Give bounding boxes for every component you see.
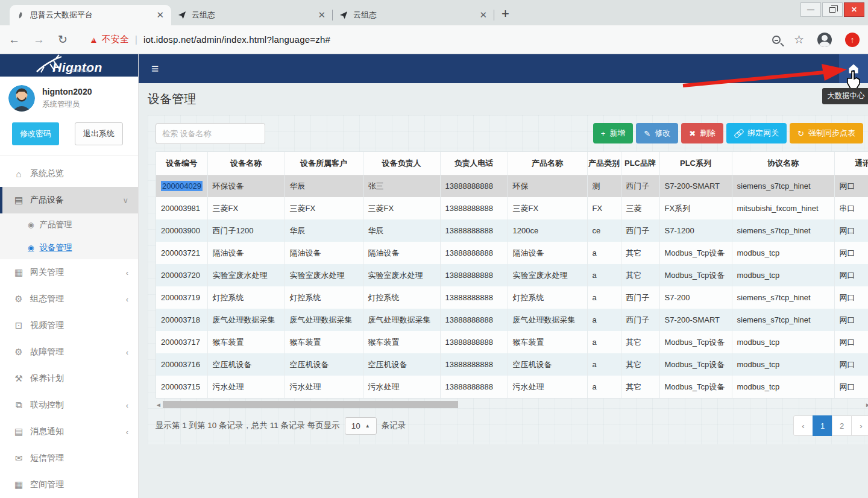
toolbar: +新增✎修改✖删除绑定网关↻强制同步点表 xyxy=(156,123,863,144)
page-size-select[interactable]: 10 ▲ xyxy=(345,417,377,435)
back-icon[interactable]: ← xyxy=(8,33,20,46)
table-row[interactable]: 200003719灯控系统灯控系统灯控系统13888888888灯控系统a西门子… xyxy=(156,286,868,309)
change-password-button[interactable]: 修改密码 xyxy=(12,122,59,145)
chevron-left-icon: ‹ xyxy=(126,427,128,437)
reload-icon[interactable]: ↻ xyxy=(58,33,68,46)
content: 设备管理 +新增✎修改✖删除绑定网关↻强制同步点表 设备编号设备名称设备所属客户… xyxy=(139,83,868,498)
table-cell: 200003716 xyxy=(156,353,207,376)
home-icon xyxy=(848,63,860,75)
url-text[interactable]: iot.idosp.net/admin/index.html?language=… xyxy=(143,34,330,45)
table-row[interactable]: 200003721隔油设备隔油设备隔油设备13888888888隔油设备a其它M… xyxy=(156,242,868,264)
sidebar-item-视频管理[interactable]: ⊡视频管理 xyxy=(0,312,138,339)
sidebar-item-label: 产品设备 xyxy=(30,195,64,206)
device-panel: +新增✎修改✖删除绑定网关↻强制同步点表 设备编号设备名称设备所属客户设备负责人… xyxy=(148,115,868,444)
minimize-button[interactable]: — xyxy=(800,2,821,17)
sidebar-item-系统总览[interactable]: ⌂系统总览 xyxy=(0,160,138,187)
table-cell: S7-1200 xyxy=(659,219,732,242)
sidebar-item-故障管理[interactable]: ⚙故障管理‹ xyxy=(0,339,138,365)
sidebar-item-消息通知[interactable]: ▤消息通知‹ xyxy=(0,418,138,445)
绑定网关-button[interactable]: 绑定网关 xyxy=(726,123,787,143)
column-header: 通讯方式 xyxy=(834,152,868,175)
zoom-out-icon[interactable] xyxy=(772,36,781,44)
logo: Hignton 华辰智通 xyxy=(0,54,138,77)
user-avatar[interactable] xyxy=(8,85,35,112)
browser-tab[interactable]: 云组态✕ xyxy=(171,5,333,25)
browser-update-icon[interactable]: ↑ xyxy=(845,33,860,47)
新增-button[interactable]: +新增 xyxy=(593,123,634,143)
table-cell: 空压机设备 xyxy=(207,353,285,376)
table-row[interactable]: 200004029环保设备华辰张三13888888888环保测西门子S7-200… xyxy=(156,175,868,197)
security-warning-icon[interactable]: ▲! xyxy=(89,34,98,45)
tab-close-icon[interactable]: ✕ xyxy=(155,10,165,20)
sidebar-subitem-产品管理[interactable]: ◉产品管理 xyxy=(0,213,138,236)
hamburger-menu-icon[interactable]: ≡ xyxy=(151,61,159,76)
scrollbar-thumb[interactable] xyxy=(163,401,458,408)
page-button-›[interactable]: › xyxy=(851,415,868,436)
column-header: 设备名称 xyxy=(207,152,285,175)
table-cell: 灯控系统 xyxy=(207,286,285,309)
tab-close-icon[interactable]: ✕ xyxy=(316,10,327,20)
sidebar-item-组态管理[interactable]: ⚙组态管理‹ xyxy=(0,286,138,312)
browser-profile-icon[interactable] xyxy=(817,33,832,47)
bookmark-star-icon[interactable]: ☆ xyxy=(794,33,804,46)
submenu: ◉产品管理◉设备管理 xyxy=(0,213,138,259)
fault-icon: ⚙ xyxy=(12,347,25,358)
table-cell: 环保 xyxy=(508,175,587,197)
table-cell: 13888888888 xyxy=(440,219,508,242)
search-input[interactable] xyxy=(156,123,265,144)
page-size-value: 10 xyxy=(351,421,360,430)
sidebar-item-label: 消息通知 xyxy=(30,426,64,437)
table-cell: 200003719 xyxy=(156,286,207,309)
强制同步点表-button[interactable]: ↻强制同步点表 xyxy=(790,123,863,143)
删除-button[interactable]: ✖删除 xyxy=(681,123,723,143)
gateway-icon: ▦ xyxy=(12,267,25,278)
new-tab-button[interactable]: + xyxy=(502,6,509,22)
table-row[interactable]: 200003900西门子1200华辰华辰138888888881200cece西… xyxy=(156,219,868,242)
page-button-‹[interactable]: ‹ xyxy=(793,415,813,436)
sidebar-item-产品设备[interactable]: ▤产品设备∨ xyxy=(0,187,138,213)
table-row[interactable]: 200003716空压机设备空压机设备空压机设备13888888888空压机设备… xyxy=(156,353,868,376)
security-warning-label[interactable]: 不安全 xyxy=(102,34,129,45)
browser-tab[interactable]: 思普云大数据平台✕ xyxy=(10,5,171,25)
dot-icon: ◉ xyxy=(28,221,34,229)
home-button[interactable] xyxy=(839,54,868,83)
scroll-right-icon[interactable]: ► xyxy=(864,402,868,408)
table-row[interactable]: 200003715污水处理污水处理污水处理13888888888污水处理a其它M… xyxy=(156,376,868,398)
tab-close-icon[interactable]: ✕ xyxy=(478,10,488,20)
sidebar-item-网关管理[interactable]: ▦网关管理‹ xyxy=(0,259,138,286)
sidebar-subitem-设备管理[interactable]: ◉设备管理 xyxy=(0,236,138,259)
toolbar-button-label: 删除 xyxy=(700,128,715,139)
page-button-1[interactable]: 1 xyxy=(813,415,832,436)
forward-icon[interactable]: → xyxy=(33,33,45,46)
table-row[interactable]: 200003720实验室废水处理实验室废水处理实验室废水处理1388888888… xyxy=(156,264,868,286)
sidebar-item-空间管理[interactable]: ▦空间管理 xyxy=(0,471,138,498)
table-row[interactable]: 200003718废气处理数据采集废气处理数据采集废气处理数据采集1388888… xyxy=(156,309,868,331)
tabs-container: 思普云大数据平台✕云组态✕云组态✕ xyxy=(10,5,494,25)
linkage-icon: ⧉ xyxy=(12,400,25,411)
close-button[interactable]: ✕ xyxy=(844,2,864,17)
table-cell: modbus_tcp xyxy=(732,353,834,376)
sidebar-item-短信管理[interactable]: ✉短信管理 xyxy=(0,445,138,471)
chevron-left-icon: ‹ xyxy=(126,295,128,304)
table-cell: 测 xyxy=(587,175,621,197)
table-cell: siemens_s7tcp_hinet xyxy=(732,309,834,331)
table-cell: 华辰 xyxy=(285,219,363,242)
restore-button[interactable] xyxy=(822,2,843,17)
page-button-2[interactable]: 2 xyxy=(832,415,852,436)
sidebar-item-label: 故障管理 xyxy=(30,347,64,358)
table-cell: FX系列 xyxy=(659,197,732,219)
table-row[interactable]: 200003717猴车装置猴车装置猴车装置13888888888猴车装置a其它M… xyxy=(156,331,868,353)
table-cell: 13888888888 xyxy=(440,353,508,376)
topbar: ≡ xyxy=(139,54,868,83)
修改-button[interactable]: ✎修改 xyxy=(636,123,678,143)
sidebar-item-保养计划[interactable]: ⚒保养计划 xyxy=(0,365,138,392)
scrollbar-track[interactable] xyxy=(163,401,864,408)
table-cell: a xyxy=(587,264,621,286)
table-cell: Modbus_Tcp设备 xyxy=(659,376,732,398)
sidebar-item-联动控制[interactable]: ⧉联动控制‹ xyxy=(0,392,138,418)
table-cell: a xyxy=(587,331,621,353)
browser-tab[interactable]: 云组态✕ xyxy=(333,5,494,25)
logout-button[interactable]: 退出系统 xyxy=(75,122,123,145)
table-row[interactable]: 200003981三菱FX三菱FX三菱FX13888888888三菱FXFX三菱… xyxy=(156,197,868,219)
scroll-left-icon[interactable]: ◄ xyxy=(156,402,163,408)
